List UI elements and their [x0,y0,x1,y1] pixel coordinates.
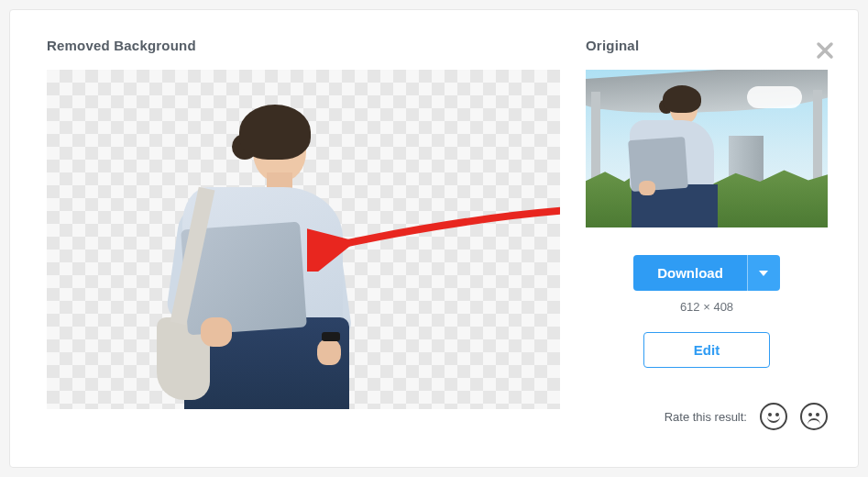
edit-button[interactable]: Edit [643,332,770,368]
download-options-button[interactable] [747,255,780,291]
subject-cutout [129,106,340,409]
smile-face-icon [767,416,780,423]
original-panel: Original D [586,38,828,430]
download-button[interactable]: Download [633,255,747,291]
rate-prompt: Rate this result: [665,410,747,424]
rate-bad-button[interactable] [800,403,828,430]
rate-good-button[interactable] [760,403,787,430]
removed-background-panel: Removed Background [47,38,560,430]
original-title: Original [586,38,828,53]
rating-row: Rate this result: [586,403,828,430]
original-image[interactable] [586,70,828,227]
result-modal: Removed Background [9,9,859,468]
download-dimensions: 612 × 408 [680,300,733,314]
caret-down-icon [759,271,768,276]
removed-background-image[interactable] [47,70,560,409]
frown-face-icon [808,418,820,425]
close-button[interactable] [814,39,836,61]
close-icon [816,41,834,60]
removed-background-title: Removed Background [47,38,560,53]
actions: Download 612 × 408 Edit [586,255,828,368]
download-group: Download [633,255,780,291]
red-arrow-icon [307,198,560,272]
